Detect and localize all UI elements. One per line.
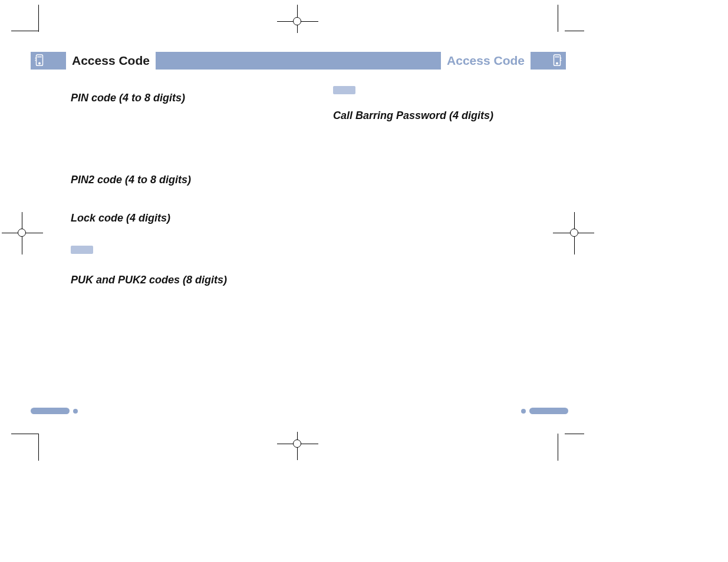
crop-mark bbox=[565, 434, 584, 434]
page-ornament-bar bbox=[529, 408, 568, 414]
subheading-pin: PIN code (4 to 8 digits) bbox=[71, 92, 318, 104]
right-page-column: Call Barring Password (4 digits) bbox=[333, 75, 581, 125]
subheading-lock-code: Lock code (4 digits) bbox=[71, 212, 318, 224]
registration-target-icon bbox=[293, 17, 301, 25]
header-left-label-box: Access Code bbox=[66, 52, 156, 70]
registration-target-icon bbox=[570, 229, 578, 237]
registration-target-icon bbox=[18, 229, 26, 237]
header-right-label-box: Access Code bbox=[441, 52, 531, 70]
page-number-ornament-right bbox=[521, 408, 568, 414]
header-phone-icon bbox=[548, 52, 566, 70]
page-number-ornament-left bbox=[31, 408, 78, 414]
subheading-call-barring: Call Barring Password (4 digits) bbox=[333, 110, 581, 122]
decorative-marker bbox=[71, 246, 93, 254]
left-page-column: PIN code (4 to 8 digits) PIN2 code (4 to… bbox=[71, 75, 318, 290]
registration-target-icon bbox=[293, 439, 301, 448]
page-ornament-dot bbox=[73, 409, 78, 414]
crop-mark bbox=[558, 434, 558, 461]
crop-mark bbox=[38, 5, 39, 32]
svg-point-5 bbox=[556, 62, 558, 64]
header-title-right: Access Code bbox=[447, 54, 525, 68]
subheading-puk: PUK and PUK2 codes (8 digits) bbox=[71, 274, 318, 286]
decorative-marker bbox=[333, 86, 355, 94]
crop-mark bbox=[565, 31, 584, 31]
crop-mark bbox=[11, 31, 38, 31]
section-header-bar: Access Code Access Code bbox=[31, 52, 566, 70]
crop-mark bbox=[11, 434, 38, 434]
header-title-left: Access Code bbox=[72, 54, 150, 68]
page-ornament-dot bbox=[521, 409, 526, 414]
svg-point-2 bbox=[39, 62, 41, 64]
crop-mark bbox=[38, 434, 39, 461]
header-phone-icon bbox=[31, 52, 48, 70]
subheading-pin2: PIN2 code (4 to 8 digits) bbox=[71, 174, 318, 186]
crop-mark bbox=[558, 5, 558, 32]
page-ornament-bar bbox=[31, 408, 70, 414]
